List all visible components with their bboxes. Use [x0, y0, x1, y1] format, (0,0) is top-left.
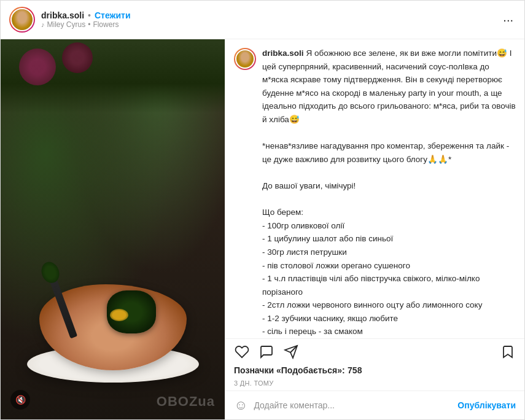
username[interactable]: dribka.soli — [41, 10, 84, 20]
spoon-handle — [45, 267, 77, 339]
like-button[interactable] — [234, 344, 250, 360]
timestamp: 3 ДН. ТОМУ — [225, 378, 524, 391]
comment-input[interactable] — [254, 400, 451, 410]
song-artist: Miley Cyrus — [47, 20, 86, 29]
caption-text: dribka.soliЯ обожнюю все зелене, як ви в… — [262, 47, 516, 338]
post-container: dribka.soli • Стежити ♪ Miley Cyrus • Fl… — [0, 0, 525, 420]
yellow-drizzle — [110, 309, 128, 321]
likes-section: Позначки «Подобається»: 758 — [225, 362, 524, 378]
publish-button[interactable]: Опублікувати — [457, 400, 516, 410]
comment-icon — [259, 344, 274, 359]
red-onion-2 — [62, 42, 93, 73]
caption-area: dribka.soliЯ обожнюю все зелене, як ви в… — [225, 39, 524, 338]
song-separator: • — [88, 20, 90, 29]
post-right-panel: dribka.soliЯ обожнюю все зелене, як ви в… — [225, 39, 524, 419]
likes-label: Позначки «Подобається»: — [234, 365, 345, 375]
song-info: ♪ Miley Cyrus • Flowers — [41, 20, 494, 29]
avatar[interactable] — [9, 7, 35, 33]
header-info: dribka.soli • Стежити ♪ Miley Cyrus • Fl… — [41, 10, 494, 29]
post-header: dribka.soli • Стежити ♪ Miley Cyrus • Fl… — [1, 1, 524, 39]
dot-separator: • — [88, 10, 91, 20]
caption-username[interactable]: dribka.soli — [262, 49, 304, 58]
song-title: Flowers — [93, 20, 119, 29]
comment-button[interactable] — [259, 344, 274, 360]
chimichurri-sauce — [107, 290, 156, 333]
more-options-button[interactable]: ··· — [500, 13, 516, 27]
emoji-button[interactable]: ☺ — [234, 397, 247, 413]
bookmark-icon — [500, 344, 515, 359]
actions-bar — [225, 338, 524, 362]
watermark: OBOZua — [157, 394, 215, 410]
share-icon — [284, 344, 298, 359]
image-placeholder: 🔇 OBOZua — [1, 39, 225, 419]
bookmark-button[interactable] — [500, 344, 516, 360]
post-image: 🔇 OBOZua — [1, 39, 225, 419]
mute-icon: 🔇 — [15, 395, 26, 405]
music-note-icon: ♪ — [41, 21, 45, 28]
share-button[interactable] — [283, 344, 299, 360]
top-food-area — [1, 39, 225, 113]
plate-area — [21, 247, 205, 383]
header-top: dribka.soli • Стежити — [41, 10, 494, 20]
caption-body: Я обожнюю все зелене, як ви вже могли по… — [262, 49, 516, 338]
mute-button[interactable]: 🔇 — [10, 390, 30, 410]
red-onion-1 — [19, 49, 56, 85]
content-row: 🔇 OBOZua dribka.soliЯ обожнюю все зелене… — [1, 39, 524, 419]
spoon-head — [38, 259, 61, 285]
caption-avatar[interactable] — [234, 48, 256, 70]
add-comment-row: ☺ Опублікувати — [225, 391, 524, 419]
follow-button[interactable]: Стежити — [95, 10, 131, 20]
heart-icon — [235, 344, 249, 359]
likes-count: 758 — [348, 365, 362, 375]
